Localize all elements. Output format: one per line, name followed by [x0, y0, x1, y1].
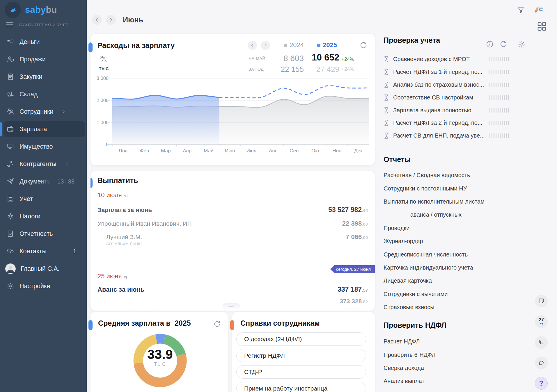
chart-prev-button[interactable] — [248, 41, 257, 50]
sidebar-item-purchases[interactable]: Закупки — [0, 68, 87, 85]
amount: 337 187.57 — [338, 286, 368, 293]
certificate-pill[interactable]: О доходах (2-НДФЛ) — [236, 332, 366, 346]
ndfl-section-title: Проверить НДФЛ — [384, 321, 446, 329]
sidebar-item-taxes[interactable]: Налоги — [0, 208, 87, 225]
today-badge: сегодня, 27 июня — [330, 265, 375, 273]
ndfl-link[interactable]: Проверить 6-НДФЛ — [384, 348, 512, 361]
check-item[interactable]: Расчет СВ для ЕНП, подача уве... — [384, 129, 512, 142]
sidebar-item-money[interactable]: Деньги — [0, 33, 87, 51]
sidebar-item-documents[interactable]: Документы13|38 — [0, 173, 87, 190]
sidebar-item-avatar[interactable]: Главный С.А. — [0, 260, 87, 277]
refresh-icon[interactable] — [213, 320, 221, 328]
amount-secondary: 373 328.82 — [340, 298, 368, 305]
sidebar-item-label: Налоги — [19, 213, 40, 220]
ndfl-link[interactable]: Анализ выплат — [384, 375, 512, 388]
pay-row-ip[interactable]: Упрощенный Иван Иванович, ИП 22 398.00 — [97, 220, 368, 227]
sidebar-item-contacts[interactable]: Контакты1 — [0, 243, 87, 260]
report-link[interactable]: Среднесписочная численность — [384, 248, 512, 261]
report-link[interactable]: Журнал-ордер — [384, 235, 512, 248]
notes-button[interactable] — [535, 295, 548, 307]
help-button[interactable]: ? — [535, 377, 548, 390]
sidebar-item-salary[interactable]: Зарплата — [0, 120, 87, 138]
sidebar-item-property[interactable]: Имущество — [0, 138, 87, 155]
sidebar-item-settings[interactable]: Настройки — [0, 277, 87, 295]
check-item-label: Расчет НДФЛ за 1-й период, по... — [393, 69, 483, 75]
chat-button[interactable] — [535, 357, 548, 369]
reports-section-title: Отчеты — [384, 155, 411, 164]
app-logo[interactable]: sabybu — [5, 2, 57, 18]
filter-icon[interactable] — [517, 6, 525, 14]
avg-card-title: Средняя зарплата в2025 — [98, 319, 191, 327]
pay-row-advance[interactable]: Аванс за июнь 337 187.57 — [97, 286, 368, 293]
report-link[interactable]: Выплаты по исполнительным листам — [384, 195, 512, 208]
check-item[interactable]: Анализ баз по страховым взнос... — [384, 79, 512, 91]
amount: 24 800.00 — [342, 307, 368, 311]
certificate-pill[interactable]: Прием на работу иностранца — [236, 382, 366, 392]
menu-toggle[interactable]: БУХГАЛТЕРИЯ И УЧЕТ — [6, 22, 69, 27]
sales-icon — [6, 55, 15, 63]
donut-value: 33.9 — [131, 348, 189, 361]
avatar-icon — [5, 263, 16, 274]
next-month-button[interactable] — [106, 15, 116, 25]
refresh-icon[interactable] — [359, 41, 368, 50]
warehouse-icon — [6, 90, 15, 98]
pay-row-faded[interactable]: Выгодный НДС, ООО 24 800.00 — [97, 307, 368, 311]
period-navigation: Июнь — [92, 15, 143, 25]
sidebar-item-contractors[interactable]: Контрагенты — [0, 155, 87, 173]
svg-text:Май: Май — [204, 148, 213, 154]
check-item[interactable]: Соответствие СВ настройкам — [384, 91, 512, 104]
contacts-icon — [6, 247, 15, 255]
salary-expenses-card: Расходы на зарплату 2024 2025 НА МАЙ 8 6… — [91, 34, 375, 165]
chart-unit-label: ТЫС — [99, 66, 109, 71]
card-accent — [230, 320, 234, 330]
check-item-label: Зарплата выдана полностью — [393, 107, 471, 114]
reporting-icon — [6, 230, 15, 238]
report-link[interactable]: Лицевая карточка — [384, 274, 512, 287]
hamburger-icon — [6, 22, 13, 27]
sidebar-item-sales[interactable]: Продажи — [0, 51, 87, 68]
gear-icon[interactable] — [517, 40, 526, 49]
chevron-right-icon — [61, 109, 66, 114]
svg-text:Янв: Янв — [118, 148, 127, 154]
report-link[interactable]: Проводки — [384, 222, 512, 235]
phone-button[interactable] — [535, 336, 548, 349]
check-item[interactable]: Расчет НДФЛ за 2-й период, по... — [384, 117, 512, 129]
svg-text:Мар: Мар — [161, 148, 171, 154]
hourglass-icon — [384, 132, 389, 139]
report-link[interactable]: Расчетная / Сводная ведомость — [384, 169, 512, 182]
report-link[interactable]: Сотрудники с вычетами — [384, 288, 512, 301]
gosuslugi-icon[interactable]: гс — [536, 5, 543, 13]
sidebar-item-reporting[interactable]: Отчетность — [0, 225, 87, 243]
progress-placeholder — [489, 133, 509, 138]
sidebar-item-accounting[interactable]: Учет — [0, 190, 87, 208]
svg-text:Июн: Июн — [225, 148, 235, 154]
calendar-button[interactable]: 27 пт — [535, 315, 548, 328]
check-item[interactable]: Зарплата выдана полностью — [384, 104, 512, 117]
sidebar-item-warehouse[interactable]: Склад — [0, 85, 87, 103]
legend-2025[interactable]: 2025 — [317, 41, 337, 49]
sidebar-menu: ДеньгиПродажиЗакупкиСкладСотрудникиЗарпл… — [0, 33, 87, 295]
apps-grid-icon[interactable] — [537, 22, 547, 31]
ndfl-link[interactable]: Расчет НДФЛ — [384, 335, 512, 348]
report-link[interactable]: Сотрудники с постоянными НУ — [384, 182, 512, 195]
svg-text:1 000: 1 000 — [97, 120, 109, 125]
certificate-pill[interactable]: СТД-Р — [236, 365, 366, 379]
refresh-icon[interactable] — [499, 40, 508, 49]
report-link[interactable]: аванса / отпускных — [384, 208, 512, 221]
check-item[interactable]: Расчет НДФЛ за 1-й период, по... — [384, 66, 512, 79]
sidebar-item-label: Закупки — [19, 73, 42, 81]
property-icon — [6, 142, 15, 151]
donut-slice-blue — [156, 339, 164, 339]
check-item[interactable]: Сравнение доходов с МРОТ — [384, 53, 512, 66]
sidebar-item-employees[interactable]: Сотрудники — [0, 103, 87, 120]
report-link[interactable]: Карточка индивидуального учета — [384, 261, 512, 274]
ndfl-link[interactable]: Сверка дохода — [384, 361, 512, 375]
report-link[interactable]: Страховые взносы — [384, 301, 512, 314]
info-icon[interactable] — [485, 40, 494, 49]
prev-month-button[interactable] — [92, 15, 102, 25]
pay-row-salary-june[interactable]: Зарплата за июнь 53 527 982.44 — [97, 206, 368, 214]
legend-2024[interactable]: 2024 — [284, 41, 304, 49]
pay-row-person[interactable]: Лучший З.М. 7 066.00 — [106, 233, 368, 241]
certificate-pill[interactable]: Регистр НДФЛ — [236, 349, 366, 362]
chart-next-button[interactable] — [261, 41, 270, 50]
